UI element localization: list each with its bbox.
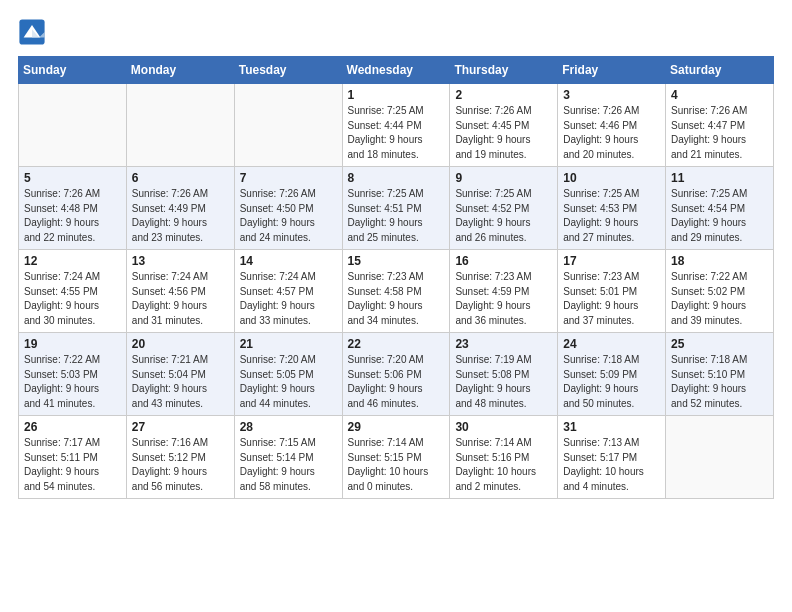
- logo: [18, 18, 50, 46]
- day-info: Sunrise: 7:25 AM Sunset: 4:54 PM Dayligh…: [671, 187, 768, 245]
- day-info: Sunrise: 7:23 AM Sunset: 5:01 PM Dayligh…: [563, 270, 660, 328]
- day-info: Sunrise: 7:26 AM Sunset: 4:47 PM Dayligh…: [671, 104, 768, 162]
- day-cell: 24Sunrise: 7:18 AM Sunset: 5:09 PM Dayli…: [558, 333, 666, 416]
- day-info: Sunrise: 7:26 AM Sunset: 4:49 PM Dayligh…: [132, 187, 229, 245]
- day-cell: 29Sunrise: 7:14 AM Sunset: 5:15 PM Dayli…: [342, 416, 450, 499]
- day-number: 23: [455, 337, 552, 351]
- day-info: Sunrise: 7:23 AM Sunset: 4:58 PM Dayligh…: [348, 270, 445, 328]
- day-cell: 30Sunrise: 7:14 AM Sunset: 5:16 PM Dayli…: [450, 416, 558, 499]
- day-cell: 14Sunrise: 7:24 AM Sunset: 4:57 PM Dayli…: [234, 250, 342, 333]
- weekday-tuesday: Tuesday: [234, 57, 342, 84]
- day-number: 27: [132, 420, 229, 434]
- week-row-5: 26Sunrise: 7:17 AM Sunset: 5:11 PM Dayli…: [19, 416, 774, 499]
- day-number: 9: [455, 171, 552, 185]
- day-cell: 13Sunrise: 7:24 AM Sunset: 4:56 PM Dayli…: [126, 250, 234, 333]
- week-row-4: 19Sunrise: 7:22 AM Sunset: 5:03 PM Dayli…: [19, 333, 774, 416]
- day-cell: 2Sunrise: 7:26 AM Sunset: 4:45 PM Daylig…: [450, 84, 558, 167]
- day-cell: 25Sunrise: 7:18 AM Sunset: 5:10 PM Dayli…: [666, 333, 774, 416]
- day-info: Sunrise: 7:17 AM Sunset: 5:11 PM Dayligh…: [24, 436, 121, 494]
- day-info: Sunrise: 7:14 AM Sunset: 5:16 PM Dayligh…: [455, 436, 552, 494]
- day-number: 29: [348, 420, 445, 434]
- day-number: 18: [671, 254, 768, 268]
- day-number: 13: [132, 254, 229, 268]
- day-info: Sunrise: 7:24 AM Sunset: 4:55 PM Dayligh…: [24, 270, 121, 328]
- day-info: Sunrise: 7:25 AM Sunset: 4:51 PM Dayligh…: [348, 187, 445, 245]
- day-cell: 10Sunrise: 7:25 AM Sunset: 4:53 PM Dayli…: [558, 167, 666, 250]
- day-cell: 3Sunrise: 7:26 AM Sunset: 4:46 PM Daylig…: [558, 84, 666, 167]
- day-cell: 6Sunrise: 7:26 AM Sunset: 4:49 PM Daylig…: [126, 167, 234, 250]
- day-number: 4: [671, 88, 768, 102]
- day-cell: 28Sunrise: 7:15 AM Sunset: 5:14 PM Dayli…: [234, 416, 342, 499]
- day-info: Sunrise: 7:15 AM Sunset: 5:14 PM Dayligh…: [240, 436, 337, 494]
- day-info: Sunrise: 7:25 AM Sunset: 4:44 PM Dayligh…: [348, 104, 445, 162]
- day-number: 11: [671, 171, 768, 185]
- day-number: 30: [455, 420, 552, 434]
- day-info: Sunrise: 7:19 AM Sunset: 5:08 PM Dayligh…: [455, 353, 552, 411]
- day-info: Sunrise: 7:18 AM Sunset: 5:09 PM Dayligh…: [563, 353, 660, 411]
- day-info: Sunrise: 7:26 AM Sunset: 4:46 PM Dayligh…: [563, 104, 660, 162]
- day-cell: 11Sunrise: 7:25 AM Sunset: 4:54 PM Dayli…: [666, 167, 774, 250]
- weekday-saturday: Saturday: [666, 57, 774, 84]
- day-info: Sunrise: 7:16 AM Sunset: 5:12 PM Dayligh…: [132, 436, 229, 494]
- day-cell: 17Sunrise: 7:23 AM Sunset: 5:01 PM Dayli…: [558, 250, 666, 333]
- day-info: Sunrise: 7:25 AM Sunset: 4:52 PM Dayligh…: [455, 187, 552, 245]
- day-cell: 26Sunrise: 7:17 AM Sunset: 5:11 PM Dayli…: [19, 416, 127, 499]
- day-cell: 23Sunrise: 7:19 AM Sunset: 5:08 PM Dayli…: [450, 333, 558, 416]
- day-info: Sunrise: 7:21 AM Sunset: 5:04 PM Dayligh…: [132, 353, 229, 411]
- day-cell: 20Sunrise: 7:21 AM Sunset: 5:04 PM Dayli…: [126, 333, 234, 416]
- day-info: Sunrise: 7:25 AM Sunset: 4:53 PM Dayligh…: [563, 187, 660, 245]
- day-info: Sunrise: 7:14 AM Sunset: 5:15 PM Dayligh…: [348, 436, 445, 494]
- day-number: 31: [563, 420, 660, 434]
- day-cell: 12Sunrise: 7:24 AM Sunset: 4:55 PM Dayli…: [19, 250, 127, 333]
- day-cell: [666, 416, 774, 499]
- week-row-2: 5Sunrise: 7:26 AM Sunset: 4:48 PM Daylig…: [19, 167, 774, 250]
- week-row-1: 1Sunrise: 7:25 AM Sunset: 4:44 PM Daylig…: [19, 84, 774, 167]
- day-cell: 8Sunrise: 7:25 AM Sunset: 4:51 PM Daylig…: [342, 167, 450, 250]
- day-number: 15: [348, 254, 445, 268]
- day-cell: 21Sunrise: 7:20 AM Sunset: 5:05 PM Dayli…: [234, 333, 342, 416]
- week-row-3: 12Sunrise: 7:24 AM Sunset: 4:55 PM Dayli…: [19, 250, 774, 333]
- day-number: 20: [132, 337, 229, 351]
- day-number: 28: [240, 420, 337, 434]
- weekday-wednesday: Wednesday: [342, 57, 450, 84]
- day-number: 8: [348, 171, 445, 185]
- day-cell: 16Sunrise: 7:23 AM Sunset: 4:59 PM Dayli…: [450, 250, 558, 333]
- day-info: Sunrise: 7:20 AM Sunset: 5:06 PM Dayligh…: [348, 353, 445, 411]
- day-number: 12: [24, 254, 121, 268]
- day-info: Sunrise: 7:26 AM Sunset: 4:50 PM Dayligh…: [240, 187, 337, 245]
- day-cell: 9Sunrise: 7:25 AM Sunset: 4:52 PM Daylig…: [450, 167, 558, 250]
- day-number: 25: [671, 337, 768, 351]
- day-number: 19: [24, 337, 121, 351]
- day-cell: 1Sunrise: 7:25 AM Sunset: 4:44 PM Daylig…: [342, 84, 450, 167]
- day-info: Sunrise: 7:24 AM Sunset: 4:56 PM Dayligh…: [132, 270, 229, 328]
- day-info: Sunrise: 7:22 AM Sunset: 5:03 PM Dayligh…: [24, 353, 121, 411]
- day-number: 10: [563, 171, 660, 185]
- day-number: 1: [348, 88, 445, 102]
- day-number: 16: [455, 254, 552, 268]
- day-cell: 27Sunrise: 7:16 AM Sunset: 5:12 PM Dayli…: [126, 416, 234, 499]
- day-number: 6: [132, 171, 229, 185]
- day-number: 5: [24, 171, 121, 185]
- weekday-thursday: Thursday: [450, 57, 558, 84]
- day-number: 22: [348, 337, 445, 351]
- day-cell: 15Sunrise: 7:23 AM Sunset: 4:58 PM Dayli…: [342, 250, 450, 333]
- day-info: Sunrise: 7:26 AM Sunset: 4:45 PM Dayligh…: [455, 104, 552, 162]
- day-cell: [126, 84, 234, 167]
- weekday-friday: Friday: [558, 57, 666, 84]
- day-number: 7: [240, 171, 337, 185]
- day-info: Sunrise: 7:23 AM Sunset: 4:59 PM Dayligh…: [455, 270, 552, 328]
- day-cell: 4Sunrise: 7:26 AM Sunset: 4:47 PM Daylig…: [666, 84, 774, 167]
- weekday-monday: Monday: [126, 57, 234, 84]
- day-number: 21: [240, 337, 337, 351]
- day-number: 2: [455, 88, 552, 102]
- day-cell: [234, 84, 342, 167]
- day-info: Sunrise: 7:18 AM Sunset: 5:10 PM Dayligh…: [671, 353, 768, 411]
- header: [18, 18, 774, 46]
- calendar: SundayMondayTuesdayWednesdayThursdayFrid…: [18, 56, 774, 499]
- day-cell: 31Sunrise: 7:13 AM Sunset: 5:17 PM Dayli…: [558, 416, 666, 499]
- page: SundayMondayTuesdayWednesdayThursdayFrid…: [0, 0, 792, 513]
- day-info: Sunrise: 7:26 AM Sunset: 4:48 PM Dayligh…: [24, 187, 121, 245]
- day-number: 14: [240, 254, 337, 268]
- day-number: 3: [563, 88, 660, 102]
- day-cell: 7Sunrise: 7:26 AM Sunset: 4:50 PM Daylig…: [234, 167, 342, 250]
